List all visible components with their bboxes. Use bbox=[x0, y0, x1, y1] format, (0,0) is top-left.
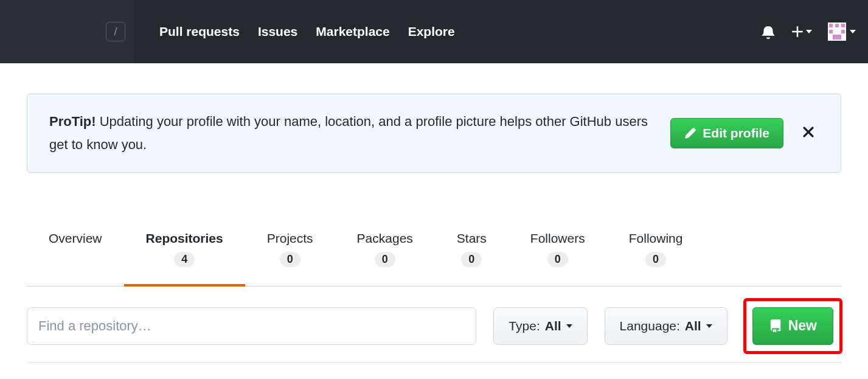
language-filter-label: Language: bbox=[620, 319, 680, 333]
primary-nav: Pull requests Issues Marketplace Explore bbox=[159, 24, 455, 39]
dismiss-banner-button[interactable] bbox=[798, 123, 819, 143]
tab-label: Following bbox=[629, 231, 683, 246]
close-icon bbox=[802, 125, 815, 139]
tab-count: 0 bbox=[645, 252, 666, 267]
language-filter-value: All bbox=[685, 319, 701, 333]
svg-rect-1 bbox=[829, 24, 833, 27]
plus-icon bbox=[791, 26, 804, 38]
create-new-menu[interactable] bbox=[791, 26, 812, 38]
caret-down-icon bbox=[566, 324, 572, 328]
repository-filter-row: Type: All Language: All New bbox=[27, 307, 841, 363]
tab-label: Packages bbox=[357, 231, 413, 246]
tab-count: 0 bbox=[547, 252, 568, 267]
svg-rect-5 bbox=[841, 30, 845, 33]
global-header: / Pull requests Issues Marketplace Explo… bbox=[0, 0, 868, 63]
nav-pull-requests[interactable]: Pull requests bbox=[159, 24, 240, 39]
protip-message: Updating your profile with your name, lo… bbox=[49, 114, 648, 152]
tab-count: 4 bbox=[174, 252, 195, 267]
nav-issues[interactable]: Issues bbox=[258, 24, 297, 39]
search-shortcut-key: / bbox=[106, 22, 125, 41]
tab-stars[interactable]: Stars 0 bbox=[435, 224, 509, 287]
edit-profile-label: Edit profile bbox=[703, 126, 769, 141]
tab-label: Followers bbox=[530, 231, 585, 246]
svg-rect-6 bbox=[833, 35, 841, 40]
tab-label: Stars bbox=[457, 231, 487, 246]
type-filter-label: Type: bbox=[509, 319, 540, 333]
tab-count: 0 bbox=[280, 252, 300, 267]
repo-icon bbox=[769, 319, 782, 333]
find-repository-input[interactable] bbox=[27, 307, 476, 345]
language-filter[interactable]: Language: All bbox=[605, 307, 727, 345]
avatar bbox=[828, 23, 846, 41]
header-right bbox=[761, 23, 856, 41]
protip-banner: ProTip! Updating your profile with your … bbox=[27, 94, 841, 173]
tab-projects[interactable]: Projects 0 bbox=[245, 224, 335, 287]
protip-label: ProTip! bbox=[49, 114, 96, 129]
type-filter[interactable]: Type: All bbox=[493, 307, 587, 345]
caret-down-icon bbox=[706, 324, 712, 328]
svg-rect-3 bbox=[835, 24, 839, 27]
new-button-label: New bbox=[788, 318, 817, 334]
type-filter-value: All bbox=[545, 319, 561, 333]
tab-count: 0 bbox=[375, 252, 395, 267]
tab-following[interactable]: Following 0 bbox=[607, 224, 705, 287]
caret-down-icon bbox=[806, 30, 812, 33]
tab-followers[interactable]: Followers 0 bbox=[509, 224, 607, 287]
header-left: / Pull requests Issues Marketplace Explo… bbox=[0, 0, 761, 63]
edit-profile-button[interactable]: Edit profile bbox=[670, 118, 783, 148]
caret-down-icon bbox=[850, 30, 856, 33]
profile-tabs: Overview 0 Repositories 4 Projects 0 Pac… bbox=[27, 224, 841, 287]
main-content: ProTip! Updating your profile with your … bbox=[0, 63, 868, 363]
nav-explore[interactable]: Explore bbox=[408, 24, 455, 39]
tab-repositories[interactable]: Repositories 4 bbox=[124, 224, 245, 287]
tab-overview[interactable]: Overview 0 bbox=[27, 224, 124, 287]
tab-count: 0 bbox=[461, 252, 482, 267]
tab-label: Repositories bbox=[146, 231, 223, 246]
notifications-icon[interactable] bbox=[761, 24, 776, 39]
nav-marketplace[interactable]: Marketplace bbox=[316, 24, 389, 39]
svg-rect-4 bbox=[829, 30, 833, 33]
tab-packages[interactable]: Packages 0 bbox=[335, 224, 435, 287]
svg-rect-2 bbox=[841, 24, 845, 27]
search-region[interactable]: / bbox=[0, 0, 134, 63]
new-repository-button[interactable]: New bbox=[752, 307, 833, 345]
new-button-highlight: New bbox=[743, 298, 842, 354]
pencil-icon bbox=[684, 127, 696, 139]
tab-label: Overview bbox=[49, 231, 102, 246]
user-menu[interactable] bbox=[828, 23, 856, 41]
protip-text: ProTip! Updating your profile with your … bbox=[49, 110, 656, 156]
tab-label: Projects bbox=[267, 231, 313, 246]
